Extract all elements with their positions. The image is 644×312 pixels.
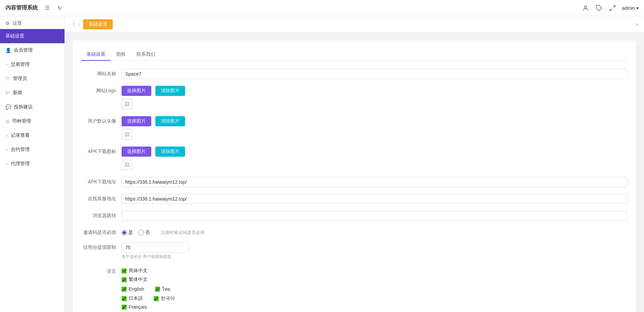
sidebar-expand-icon[interactable]: » bbox=[636, 22, 639, 27]
user-dropdown-icon: ▾ bbox=[636, 5, 639, 11]
credit-limit-input[interactable] bbox=[122, 242, 189, 253]
invite-code-no-radio[interactable] bbox=[138, 230, 144, 235]
apk-icon-control: 选择图片 清除图片 bbox=[122, 147, 628, 170]
apk-icon-buttons: 选择图片 清除图片 bbox=[122, 147, 628, 157]
form-row-invite-code: 邀请码是否必填 是 否 注册 bbox=[81, 228, 628, 236]
default-avatar-label: 用户默认头像 bbox=[81, 116, 122, 124]
svg-line-3 bbox=[610, 8, 612, 10]
logo-clear-image-button[interactable]: 清除图片 bbox=[155, 86, 185, 96]
browser-redirect-input[interactable] bbox=[122, 211, 628, 221]
form-row-apk-icon: APK下载图标 选择图片 清除图片 bbox=[81, 147, 628, 170]
lang-simplified-chinese[interactable]: 简体中文 bbox=[122, 268, 148, 274]
invite-code-label: 邀请码是否必填 bbox=[81, 228, 122, 236]
avatar-settings-icon[interactable] bbox=[582, 4, 590, 12]
invite-code-yes-radio[interactable] bbox=[122, 230, 127, 235]
apk-icon-clear-image-button[interactable]: 清除图片 bbox=[155, 147, 185, 157]
lang-french-checkbox[interactable] bbox=[122, 305, 127, 310]
sidebar-item-label: 交易管理 bbox=[11, 61, 30, 68]
chat-icon: 💬 bbox=[5, 104, 11, 110]
invite-code-yes-option[interactable]: 是 bbox=[122, 230, 133, 236]
browser-redirect-label: 浏览器跳转 bbox=[81, 211, 122, 219]
avatar-select-image-button[interactable]: 选择图片 bbox=[122, 116, 151, 126]
topbar: 内容管理系统 ☰ ↻ admin ▾ bbox=[0, 0, 644, 16]
settings-icon: ⚙ bbox=[5, 21, 10, 26]
sidebar-item-label: 币种管理 bbox=[12, 118, 31, 124]
sidebar-item-complaint[interactable]: 💬 投拆建议 bbox=[0, 100, 65, 114]
form-row-default-avatar: 用户默认头像 选择图片 清除图片 bbox=[81, 116, 628, 140]
svg-line-2 bbox=[613, 5, 615, 7]
form-row-website-logo: 网站Logo 选择图片 清除图片 bbox=[81, 86, 628, 109]
website-logo-label: 网站Logo bbox=[81, 86, 122, 94]
apk-url-input[interactable] bbox=[122, 177, 628, 187]
back-button[interactable]: 《 bbox=[70, 21, 75, 27]
page-content: 基础设置 期权 联系我们 网站名称 网站Logo bbox=[65, 32, 644, 312]
sidebar-item-label: 记录查看 bbox=[11, 132, 30, 138]
logo-buttons: 选择图片 清除图片 bbox=[122, 86, 628, 96]
sidebar-item-contract[interactable]: ○ 合约管理 bbox=[0, 142, 65, 157]
lang-japanese[interactable]: 日本語 bbox=[122, 295, 143, 302]
lang-korean[interactable]: 한국어 bbox=[154, 295, 175, 302]
lang-korean-label: 한국어 bbox=[161, 295, 175, 302]
tab-contact[interactable]: 联系我们 bbox=[131, 49, 161, 61]
invite-code-radio-group: 是 否 注册时验证码是否必填 bbox=[122, 228, 628, 236]
menu-icon[interactable]: ☰ bbox=[43, 4, 51, 12]
lang-traditional-chinese-checkbox[interactable] bbox=[122, 277, 127, 282]
form-row-website-name: 网站名称 bbox=[81, 69, 628, 79]
sidebar-item-admin-management[interactable]: 🛡 管理员 bbox=[0, 72, 65, 86]
sidebar-item-log[interactable]: ○ 记录查看 bbox=[0, 128, 65, 142]
tag-icon[interactable] bbox=[595, 4, 603, 12]
logo-select-image-button[interactable]: 选择图片 bbox=[122, 86, 151, 96]
topbar-right: admin ▾ bbox=[582, 4, 639, 12]
fullscreen-icon[interactable] bbox=[609, 4, 617, 12]
website-logo-control: 选择图片 清除图片 bbox=[122, 86, 628, 109]
breadcrumb-bar: 《 ⌂ 基础设置 » bbox=[65, 16, 644, 32]
lang-thai-checkbox[interactable] bbox=[155, 287, 160, 292]
form-row-browser-redirect: 浏览器跳转 bbox=[81, 211, 628, 221]
website-name-control bbox=[122, 69, 628, 79]
sidebar-section-label: 设置 bbox=[12, 20, 22, 26]
apk-icon-select-image-button[interactable]: 选择图片 bbox=[122, 147, 151, 157]
home-button[interactable]: ⌂ bbox=[78, 22, 80, 27]
lang-english[interactable]: English bbox=[122, 286, 144, 292]
sidebar-section-settings[interactable]: ⚙ 设置 bbox=[0, 16, 65, 29]
refresh-icon[interactable]: ↻ bbox=[55, 4, 63, 12]
sidebar-item-label: 基础设置 bbox=[5, 33, 24, 39]
lang-korean-checkbox[interactable] bbox=[154, 296, 159, 301]
sidebar-item-currency[interactable]: ◎ 币种管理 bbox=[0, 114, 65, 128]
sidebar-item-member-management[interactable]: 👤 会员管理 bbox=[0, 43, 65, 57]
lang-english-checkbox[interactable] bbox=[122, 287, 127, 292]
lang-row-4: 日本語 한국어 bbox=[122, 295, 628, 302]
tab-period[interactable]: 期权 bbox=[111, 49, 131, 61]
sidebar-item-label: 会员管理 bbox=[14, 47, 33, 53]
lang-traditional-chinese[interactable]: 繁体中文 bbox=[122, 277, 148, 283]
invite-code-control: 是 否 注册时验证码是否必填 bbox=[122, 228, 628, 236]
log-icon: ○ bbox=[5, 133, 8, 138]
sidebar-item-label: 合约管理 bbox=[11, 147, 30, 153]
app-title: 内容管理系统 bbox=[5, 4, 38, 11]
invite-code-no-option[interactable]: 否 bbox=[138, 230, 150, 236]
customer-service-input[interactable] bbox=[122, 194, 628, 204]
content-card: 基础设置 期权 联系我们 网站名称 网站Logo bbox=[73, 41, 636, 312]
lang-simplified-chinese-checkbox[interactable] bbox=[122, 268, 127, 274]
sidebar-item-transaction-management[interactable]: ○ 交易管理 bbox=[0, 57, 65, 72]
lang-french[interactable]: Français bbox=[122, 304, 147, 310]
lang-japanese-label: 日本語 bbox=[129, 295, 143, 302]
website-name-input[interactable] bbox=[122, 69, 628, 79]
tab-basic-settings[interactable]: 基础设置 bbox=[81, 49, 111, 61]
user-menu[interactable]: admin ▾ bbox=[622, 5, 639, 11]
avatar-clear-image-button[interactable]: 清除图片 bbox=[155, 116, 185, 126]
sidebar-item-label: 投拆建议 bbox=[14, 104, 33, 110]
settings-form: 网站名称 网站Logo 选择图片 清除图片 bbox=[81, 69, 628, 310]
sidebar-item-news[interactable]: 🏷 新闻 bbox=[0, 86, 65, 100]
sidebar-item-agent[interactable]: ○ 代理管理 bbox=[0, 157, 65, 171]
breadcrumb-current-button[interactable]: 基础设置 bbox=[83, 19, 113, 29]
tag-small-icon: 🏷 bbox=[5, 90, 10, 96]
lang-thai[interactable]: ไทย bbox=[155, 285, 170, 293]
svg-point-0 bbox=[585, 6, 587, 8]
customer-service-control bbox=[122, 194, 628, 204]
invite-code-hint: 注册时验证码是否必填 bbox=[161, 230, 205, 236]
lang-row-1: 简体中文 bbox=[122, 268, 628, 274]
lang-japanese-checkbox[interactable] bbox=[122, 296, 127, 301]
sidebar-item-basic-settings[interactable]: 基础设置 bbox=[0, 29, 65, 43]
avatar-image-preview bbox=[122, 129, 132, 140]
